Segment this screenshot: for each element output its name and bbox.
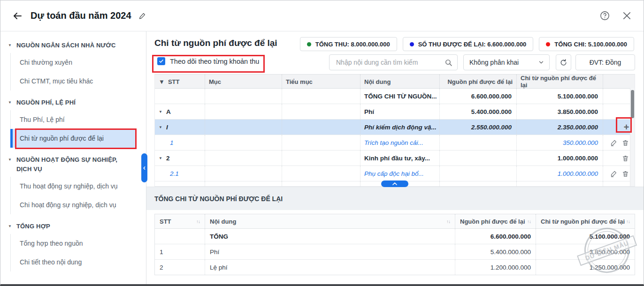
pencil-icon [138,12,146,20]
allocation-dropdown[interactable]: Không phân khai [463,54,550,70]
sidebar-item-tong-hop-theo-nguon[interactable]: Tổng hợp theo nguồn [11,234,135,253]
help-circle-icon [599,10,610,21]
back-button[interactable] [12,10,23,22]
sidebar-collapse-handle[interactable] [141,153,147,182]
chevron-left-icon [142,166,146,170]
caret-down-icon[interactable]: ▼ [159,156,162,160]
sidebar-group-phi-le-phi: ▼ NGUỒN PHÍ, LỆ PHÍ Thu Phí, Lệ phí Chi … [0,98,146,148]
badge-tong-thu: TỔNG THU: 8.000.000.000 [300,37,397,51]
table-row-A[interactable]: ▼A Phí 5.400.000.000 3.850.000.000 [155,104,635,120]
arrow-left-icon [12,10,23,22]
caret-down-icon[interactable]: ▼ [159,78,165,85]
sidebar-item-chi-tiet-theo-noi-dung[interactable]: Chi tiết theo nội dung [11,253,135,271]
edit-icon[interactable] [610,139,617,146]
chevron-up-icon [392,182,398,186]
scrollbar-thumb[interactable] [631,90,634,118]
sidebar-item-chi-hoat-dong[interactable]: Chi hoạt động sự nghiệp, dịch vụ [11,196,135,214]
totals-badges: TỔNG THU: 8.000.000.000 SỐ THU ĐƯỢC ĐỂ L… [300,37,634,51]
caret-down-icon: ▼ [8,98,12,107]
summary-row-le-phi[interactable]: 2 Lệ phí 1.200.000.000 1.250.000.000 [155,260,635,275]
table-row-2[interactable]: ▼2 Kinh phí đầu tư, xây... 1.000.000.000 [155,151,635,166]
delete-icon[interactable] [622,139,629,146]
summary-table: STT ↑↓ Nội dung ↑↓ Nguồn phí được để lại… [154,214,635,275]
green-dot-icon [307,42,311,46]
badge-label: TỔNG CHI: 5.100.000.000 [554,41,627,48]
summary-table-header: STT ↑↓ Nội dung ↑↓ Nguồn phí được để lại… [155,214,635,229]
app-header: Dự toán đầu năm 2024 [0,0,644,31]
detail-table: ▼ STT Mục Tiểu mục Nội dung Nguồn phí đư… [154,74,635,187]
caret-down-icon[interactable]: ▼ [159,110,162,114]
sidebar-group-items: Chi thường xuyên Chi CTMT, mục tiêu khác [10,53,135,90]
sidebar-group-header[interactable]: ▼ NGUỒN PHÍ, LỆ PHÍ [0,98,146,107]
badge-so-thu-duoc-de-lai: SỐ THU ĐƯỢC ĐỂ LẠI: 6.600.000.000 [403,37,534,51]
sidebar-group-ngan-sach: ▼ NGUỒN NGÂN SÁCH NHÀ NƯỚC Chi thường xu… [0,41,146,90]
sidebar-item-chi-thuong-xuyen[interactable]: Chi thường xuyên [11,53,135,72]
badge-tong-chi: TỔNG CHI: 5.100.000.000 [539,37,634,51]
sidebar-group-su-nghiep-dich-vu: ▼ NGUỒN HOẠT ĐỘNG SỰ NGHIỆP, DỊCH VỤ Thu… [0,155,146,214]
collapse-table-button[interactable] [381,181,408,187]
close-icon [621,10,632,21]
table-row-I-selected[interactable]: ▼I Phí kiểm dịch động vậ... 2.550.000.00… [155,120,635,135]
sidebar-group-tong-hop: ▼ TỔNG HỢP Tổng hợp theo nguồn Chi tiết … [0,222,146,271]
badge-label: TỔNG THU: 8.000.000.000 [315,41,390,48]
blue-dot-icon [410,42,414,46]
refresh-button[interactable] [556,54,571,70]
column-header-tieu-muc: Tiểu mục [282,75,360,89]
sidebar-group-header[interactable]: ▼ NGUỒN NGÂN SÁCH NHÀ NƯỚC [0,41,146,50]
badge-label: SỐ THU ĐƯỢC ĐỂ LẠI: 6.600.000.000 [418,41,527,48]
search-input[interactable] [335,58,445,67]
page-title: Dự toán đầu năm 2024 [31,10,131,21]
main-content: Chi từ nguồn phí được để lại TỔNG THU: 8… [146,31,644,284]
table-row-2-1[interactable]: 2.1 Phụ cấp độc hại bổ... 1.000.000.000 [155,166,635,181]
column-header-noi-dung[interactable]: Nội dung ↑↓ [205,214,455,228]
column-header-chi-tu-nguon[interactable]: Chi từ nguồn phí được để lại ↑↓ [536,214,635,228]
table-row-total[interactable]: TỔNG CHI TỪ NGUỒN... 6.600.000.000 5.100… [155,89,635,104]
column-header-noi-dung: Nội dung [360,75,440,89]
column-header-chi-tu-nguon: Chi từ nguồn phí được để lại [517,75,603,89]
sort-icon[interactable]: ↑↓ [626,219,630,224]
caret-down-icon: ▼ [8,41,12,50]
help-button[interactable] [599,10,610,21]
sort-icon[interactable]: ↑↓ [196,219,200,224]
sidebar-group-header[interactable]: ▼ TỔNG HỢP [0,222,146,231]
edit-icon[interactable] [610,170,617,177]
vertical-scrollbar[interactable] [630,88,635,186]
column-header-stt[interactable]: STT ↑↓ [155,214,205,228]
caret-down-icon[interactable]: ▼ [159,125,162,129]
sidebar-item-chi-tu-nguon-phi[interactable]: Chi từ nguồn phí được để lại [11,129,135,148]
sidebar-group-header[interactable]: ▼ NGUỒN HOẠT ĐỘNG SỰ NGHIỆP, DỊCH VỤ [0,155,146,174]
search-icon[interactable] [445,59,452,67]
budget-app-window: Dự toán đầu năm 2024 ▼ NGUỒN NGÂN SÁCH N… [0,0,644,286]
caret-down-icon: ▼ [8,222,12,231]
sidebar-item-thu-phi-le-phi[interactable]: Thu Phí, Lệ phí [11,110,135,129]
sidebar-item-thu-hoat-dong[interactable]: Thu hoạt động sự nghiệp, dịch vụ [11,177,135,196]
detail-table-header: ▼ STT Mục Tiểu mục Nội dung Nguồn phí đư… [155,75,635,89]
sidebar-group-items: Thu hoạt động sự nghiệp, dịch vụ Chi hoạ… [10,177,135,214]
red-dot-icon [546,42,550,46]
track-by-revenue-checkbox[interactable]: Theo dõi theo từng khoản thu [157,57,259,65]
chevron-down-icon [538,59,544,66]
delete-icon[interactable] [622,155,629,162]
add-row-button[interactable]: + [623,122,629,132]
summary-row-total[interactable]: TỔNG 6.600.000.000 5.100.000.000 [155,229,635,244]
section-title: Chi từ nguồn phí được để lại [154,38,277,48]
search-box [329,54,458,70]
dropdown-value: Không phân khai [469,59,519,66]
sidebar-group-items: Tổng hợp theo nguồn Chi tiết theo nội du… [10,234,135,271]
sort-icon[interactable]: ↑↓ [446,219,450,224]
summary-panel: TỔNG CHI TỪ NGUỒN PHÍ ĐƯỢC ĐỂ LẠI STT ↑↓… [146,187,644,284]
column-header-stt: ▼ STT [155,75,205,89]
close-button[interactable] [621,10,632,21]
sidebar-group-label: NGUỒN NGÂN SÁCH NHÀ NƯỚC [16,41,116,50]
sort-icon[interactable]: ↑↓ [527,219,531,224]
table-row-1[interactable]: 1 Trích tạo nguồn cải... 350.000.000 [155,135,635,151]
delete-icon[interactable] [622,170,629,177]
edit-title-button[interactable] [138,12,146,20]
caret-down-icon: ▼ [8,155,12,165]
checkbox-checked-icon[interactable] [157,57,165,65]
sidebar-item-chi-ctmt[interactable]: Chi CTMT, mục tiêu khác [11,72,135,90]
summary-row-phi[interactable]: 1 Phí 5.400.000.000 3.850.000.000 [155,244,635,260]
column-header-nguon-phi[interactable]: Nguồn phí được để lại ↑↓ [455,214,536,228]
unit-label: ĐVT: Đồng [575,54,635,70]
sidebar-group-items: Thu Phí, Lệ phí Chi từ nguồn phí được để… [10,110,135,148]
